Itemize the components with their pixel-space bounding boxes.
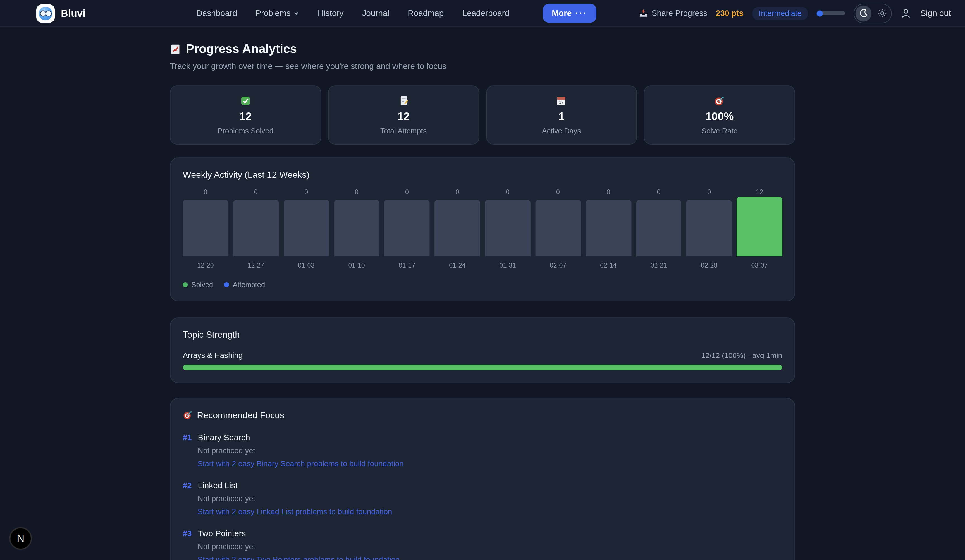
nav-item-journal[interactable]: Journal <box>362 9 389 18</box>
weekly-activity-card: Weekly Activity (Last 12 Weeks) 012-20 0… <box>170 157 795 301</box>
bar-column: 001-31 <box>485 188 530 269</box>
nav-links: Dashboard Problems History Journal Roadm… <box>196 3 597 23</box>
bar-column: 002-14 <box>586 188 631 269</box>
brand-name: Bluvi <box>61 8 85 19</box>
nav-item-history[interactable]: History <box>318 9 344 18</box>
focus-name: Binary Search <box>198 433 250 442</box>
target-icon <box>714 95 725 106</box>
topic-progress-fill <box>183 365 782 370</box>
bar-column: 1203-07 <box>737 188 782 269</box>
focus-suggestion-link[interactable]: Start with 2 easy Binary Search problems… <box>198 459 782 468</box>
theme-toggle[interactable] <box>854 3 892 23</box>
bar-label: 01-17 <box>399 261 415 269</box>
sign-out-button[interactable]: Sign out <box>920 9 951 18</box>
slider-thumb[interactable] <box>817 10 823 16</box>
weekly-activity-title: Weekly Activity (Last 12 Weeks) <box>183 170 782 180</box>
stats-row: 12 Problems Solved 12 Total Attempts 17 … <box>170 85 795 145</box>
bar-column: 001-17 <box>384 188 430 269</box>
bar <box>183 200 228 256</box>
nav-item-problems[interactable]: Problems <box>255 9 299 18</box>
bar-value: 0 <box>204 188 208 197</box>
focus-status: Not practiced yet <box>198 495 782 503</box>
stat-card-problems-solved: 12 Problems Solved <box>170 85 321 145</box>
bar-solved <box>737 197 782 256</box>
stat-label: Total Attempts <box>380 126 427 135</box>
bar-column: 001-24 <box>435 188 480 269</box>
chevron-down-icon <box>294 10 299 16</box>
focus-status: Not practiced yet <box>198 446 782 455</box>
bar-value: 0 <box>657 188 661 197</box>
bar-column: 012-20 <box>183 188 228 269</box>
recommended-focus-title: Recommended Focus <box>183 410 782 420</box>
chart-legend: Solved Attempted <box>183 281 782 288</box>
bluvi-logo-icon <box>36 4 55 22</box>
moon-icon[interactable] <box>856 5 872 21</box>
page-subtitle: Track your growth over time — see where … <box>170 61 795 70</box>
bar-column: 012-27 <box>233 188 279 269</box>
topic-progress-track <box>183 365 782 370</box>
bar <box>384 200 430 256</box>
bar-value: 0 <box>556 188 560 197</box>
legend-item-attempted: Attempted <box>224 281 265 288</box>
focus-item-2: #2 Linked List Not practiced yet Start w… <box>183 481 782 516</box>
stat-card-active-days: 17 1 Active Days <box>486 85 637 145</box>
stat-label: Problems Solved <box>218 126 273 135</box>
check-mark-icon <box>240 95 251 106</box>
bar <box>334 200 379 256</box>
bar-label: 01-31 <box>499 261 516 269</box>
level-badge: Intermediate <box>752 7 808 20</box>
page-header: Progress Analytics Track your growth ove… <box>170 42 795 71</box>
more-button[interactable]: More··· <box>543 3 597 23</box>
bar-value: 0 <box>455 188 459 197</box>
progress-slider[interactable] <box>817 11 845 15</box>
bar <box>485 200 530 256</box>
solved-dot-icon <box>183 282 188 287</box>
attempted-dot-icon <box>224 282 229 287</box>
bar-label: 02-07 <box>550 261 566 269</box>
topic-strength-title: Topic Strength <box>183 330 782 339</box>
stat-card-total-attempts: 12 Total Attempts <box>328 85 479 145</box>
bar <box>435 200 480 256</box>
legend-item-solved: Solved <box>183 281 213 288</box>
bar-column: 001-10 <box>334 188 379 269</box>
topic-strength-card: Topic Strength Arrays & Hashing 12/12 (1… <box>170 317 795 383</box>
bar-value: 0 <box>254 188 258 197</box>
bar-value: 0 <box>506 188 510 197</box>
bar <box>636 200 682 256</box>
focus-rank: #1 <box>183 433 192 442</box>
stat-value: 1 <box>558 109 564 122</box>
stat-label: Active Days <box>542 126 581 135</box>
weekly-activity-chart: 012-20 012-27 001-03 001-10 001-17 001-2… <box>183 188 782 269</box>
nav-item-dashboard[interactable]: Dashboard <box>196 9 237 18</box>
focus-suggestion-link[interactable]: Start with 2 easy Linked List problems t… <box>198 507 782 516</box>
bar-label: 01-03 <box>298 261 314 269</box>
points-badge: 230 pts <box>716 9 744 18</box>
stat-value: 12 <box>239 109 252 122</box>
focus-item-3: #3 Two Pointers Not practiced yet Start … <box>183 529 782 560</box>
user-account-button[interactable] <box>901 8 912 19</box>
share-progress-button[interactable]: Share Progress <box>639 9 707 18</box>
sun-icon[interactable] <box>874 5 890 21</box>
dev-indicator-button[interactable]: N <box>9 527 32 550</box>
nav-item-roadmap[interactable]: Roadmap <box>408 9 444 18</box>
stat-label: Solve Rate <box>702 126 738 135</box>
topic-name: Arrays & Hashing <box>183 351 243 360</box>
bar-label: 02-28 <box>701 261 717 269</box>
brand[interactable]: Bluvi <box>36 4 86 22</box>
bar-column: 002-21 <box>636 188 682 269</box>
focus-status: Not practiced yet <box>198 542 782 551</box>
outbox-tray-icon <box>639 9 648 18</box>
nav-item-leaderboard[interactable]: Leaderboard <box>462 9 509 18</box>
focus-name: Two Pointers <box>198 529 246 538</box>
bar-value: 12 <box>756 188 763 197</box>
topic-detail: 12/12 (100%) · avg 1min <box>702 351 782 360</box>
focus-suggestion-link[interactable]: Start with 2 easy Two Pointers problems … <box>198 555 782 560</box>
bar-label: 02-21 <box>651 261 667 269</box>
bar-label: 01-24 <box>449 261 466 269</box>
target-icon <box>183 410 193 420</box>
recommended-focus-card: Recommended Focus #1 Binary Search Not p… <box>170 398 795 560</box>
bar <box>283 200 329 256</box>
bar-value: 0 <box>355 188 358 197</box>
bar <box>535 200 581 256</box>
focus-rank: #3 <box>183 529 192 538</box>
